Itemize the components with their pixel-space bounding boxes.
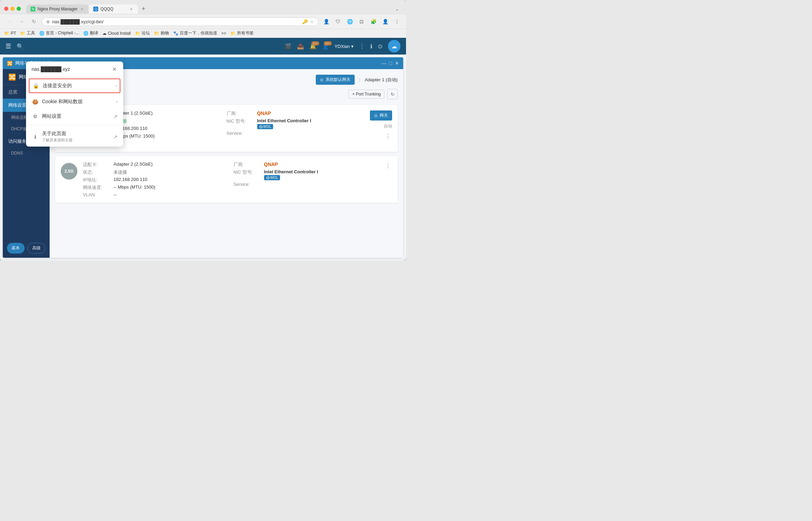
popup-item-cookie[interactable]: 🍪 Cookie 和网站数据 › (26, 94, 123, 109)
address-bar[interactable]: ⊕ nas.██████.xyz/cgi-bin/ 🔑 ☆ (42, 17, 319, 26)
popup-item-secure[interactable]: 🔒 连接是安全的 › (29, 78, 120, 93)
bookmark-baidu[interactable]: 🐾 百度一下，你就知道 (173, 30, 217, 36)
tab-nginx-label: Nginx Proxy Manager (37, 7, 77, 11)
qqqq-favicon: Q (93, 7, 98, 11)
bookmark-bar: 📁 PT 📁 工具 🌐 首页 - Chiphell -... 🌐 翻译 ☁ Cl… (0, 29, 406, 38)
chiphell-favicon: 🌐 (39, 31, 44, 36)
tab-qqqq-close[interactable]: ✕ (129, 7, 134, 11)
maximize-traffic-light[interactable] (17, 7, 21, 11)
reload-button[interactable]: ↻ (29, 17, 39, 26)
popup-cookie-arrow: › (116, 99, 118, 104)
bookmark-all-label: 所有书签 (237, 30, 254, 36)
info-icon: ℹ (32, 133, 39, 140)
bookmark-baidu-label: 百度一下，你就知道 (180, 30, 217, 36)
popup-overlay[interactable]: nas.██████.xyz ✕ 🔒 连接是安全的 › 🍪 Cookie 和网站… (0, 38, 406, 260)
bookmark-tools[interactable]: 📁 工具 (20, 30, 35, 36)
bookmark-chiphell-label: 首页 - Chiphell -... (46, 30, 79, 36)
tab-qqqq-label: QQQQ (100, 7, 113, 11)
popup-domain: nas.██████.xyz (32, 66, 70, 72)
bookmark-tools-label: 工具 (27, 30, 35, 36)
popup-about-sub: 了解其来源和主题 (42, 138, 113, 143)
close-traffic-light[interactable] (4, 7, 8, 11)
folder-icon: 📁 (4, 31, 9, 36)
lock-icon: 🔒 (32, 82, 39, 89)
traffic-lights (4, 7, 21, 11)
popup-cookie-text: Cookie 和网站数据 (42, 99, 116, 105)
toolbar-icons: 👤 🛡 🌐 ⊡ 🧩 👤 ⋮ (321, 17, 402, 26)
bookmark-cloud-label: Cloud Install (108, 31, 131, 36)
forward-button[interactable]: → (17, 17, 26, 26)
folder-icon-3: 📁 (135, 31, 140, 36)
overflow-icon: >> (221, 31, 226, 36)
translate-favicon: 🌐 (83, 31, 88, 36)
bookmark-pt[interactable]: 📁 PT (4, 31, 16, 36)
extension-icon-5[interactable]: 🧩 (369, 17, 378, 26)
nav-bar: ← → ↻ ⊕ nas.██████.xyz/cgi-bin/ 🔑 ☆ 👤 🛡 … (0, 15, 406, 29)
bookmark-shop[interactable]: 📁 购物 (154, 30, 169, 36)
popup-item-settings[interactable]: ⚙ 网站设置 ↗ (26, 109, 123, 124)
bookmark-all[interactable]: 📁 所有书签 (230, 30, 254, 36)
address-text: nas.██████.xyz/cgi-bin/ (52, 19, 300, 24)
folder-icon-4: 📁 (154, 31, 159, 36)
tab-qqqq[interactable]: Q QQQQ ✕ (89, 5, 138, 14)
extension-icon-2[interactable]: 🛡 (333, 17, 343, 26)
bookmark-pt-label: PT (11, 31, 16, 36)
bookmark-chiphell[interactable]: 🌐 首页 - Chiphell -... (39, 30, 79, 36)
popup-secure-text: 连接是安全的 (43, 83, 116, 89)
browser-window: N Nginx Proxy Manager ✕ Q QQQQ ✕ + ⌄ ← →… (0, 0, 406, 260)
star-icon[interactable]: ☆ (310, 19, 314, 24)
bookmark-translate-label: 翻译 (90, 30, 98, 36)
key-icon: 🔑 (302, 19, 308, 24)
popup-close-button[interactable]: ✕ (111, 66, 118, 73)
user-profile-icon[interactable]: 👤 (380, 17, 390, 26)
cloud-favicon: ☁ (102, 31, 107, 36)
new-tab-button[interactable]: + (138, 4, 148, 14)
site-info-popup: nas.██████.xyz ✕ 🔒 连接是安全的 › 🍪 Cookie 和网站… (26, 61, 123, 147)
bookmark-overflow[interactable]: >> (221, 31, 226, 36)
popup-item-about[interactable]: ℹ 关于此页面 了解其来源和主题 ↗ (26, 127, 123, 147)
back-button[interactable]: ← (4, 17, 14, 26)
tab-nginx[interactable]: N Nginx Proxy Manager ✕ (26, 5, 88, 14)
popup-header: nas.██████.xyz ✕ (26, 61, 123, 77)
bookmark-forum-label: 论坛 (142, 30, 150, 36)
popup-settings-ext: ↗ (113, 114, 118, 119)
title-bar: N Nginx Proxy Manager ✕ Q QQQQ ✕ + ⌄ (0, 0, 406, 15)
minimize-traffic-light[interactable] (10, 7, 15, 11)
tab-bar: N Nginx Proxy Manager ✕ Q QQQQ ✕ + ⌄ (26, 4, 402, 14)
popup-about-text: 关于此页面 (42, 131, 113, 137)
extension-icon-3[interactable]: 🌐 (345, 17, 355, 26)
address-bar-icon: ⊕ (46, 19, 50, 24)
cookie-icon: 🍪 (32, 98, 39, 105)
folder-icon-2: 📁 (20, 31, 25, 36)
extension-icon-1[interactable]: 👤 (321, 17, 331, 26)
baidu-favicon: 🐾 (173, 31, 178, 36)
extension-icon-4[interactable]: ⊡ (357, 17, 366, 26)
popup-divider (26, 125, 123, 125)
popup-settings-text: 网站设置 (42, 113, 113, 119)
main-area: ☰ 🔍 🎬 📤 🔔 10+ 👤 10+ (0, 38, 406, 260)
popup-about-ext: ↗ (113, 134, 118, 140)
nginx-favicon: N (31, 7, 35, 11)
folder-icon-5: 📁 (230, 31, 236, 36)
bookmark-forum[interactable]: 📁 论坛 (135, 30, 150, 36)
address-icons: 🔑 ☆ (302, 19, 314, 24)
bookmark-shop-label: 购物 (161, 30, 169, 36)
tab-nginx-close[interactable]: ✕ (79, 7, 84, 11)
gear-icon: ⚙ (32, 113, 39, 120)
popup-secure-arrow: › (116, 83, 117, 88)
tab-chevron-icon[interactable]: ⌄ (392, 4, 402, 14)
bookmark-translate[interactable]: 🌐 翻译 (83, 30, 98, 36)
bookmark-cloud[interactable]: ☁ Cloud Install (102, 31, 131, 36)
more-options-icon[interactable]: ⋮ (392, 17, 402, 26)
